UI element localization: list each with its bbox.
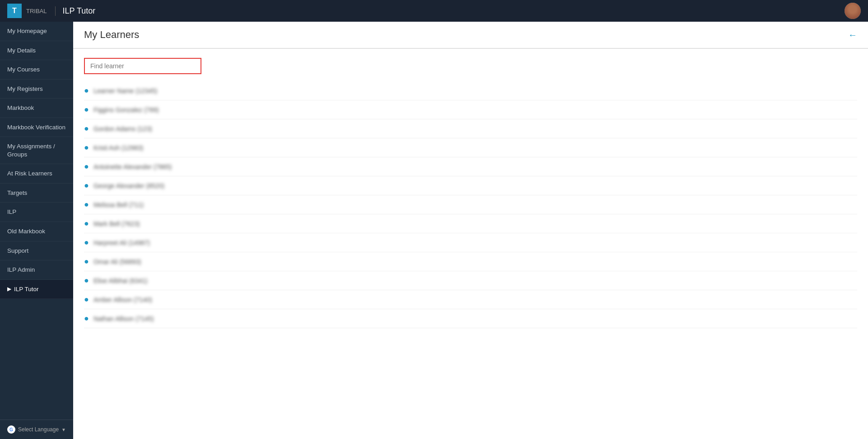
person-icon: ●: [84, 257, 89, 266]
learner-name: Melissa Bell (711): [93, 201, 144, 208]
sidebar-label-markbook-verification: Markbook Verification: [7, 123, 65, 132]
brand-name: TRIBAL: [26, 8, 47, 14]
person-icon: ●: [84, 86, 89, 95]
app-container: T TRIBAL ILP Tutor My Homepage My Detail…: [0, 0, 868, 439]
learner-name: Elise Alibhai (6341): [93, 277, 148, 284]
person-icon: ●: [84, 314, 89, 323]
sidebar-item-ilp-admin[interactable]: ILP Admin: [0, 260, 73, 280]
learner-name: Learner Name (12345): [93, 87, 158, 94]
person-icon: ●: [84, 143, 89, 152]
person-icon: ●: [84, 181, 89, 190]
select-language-button[interactable]: G Select Language ▼: [7, 425, 66, 434]
find-learner-input[interactable]: [84, 58, 201, 74]
user-avatar[interactable]: [845, 3, 861, 19]
sidebar-label-my-homepage: My Homepage: [7, 27, 47, 35]
list-item[interactable]: ● Kristi Ash (12983): [84, 138, 857, 157]
learner-name: Figgins Gonzalez (789): [93, 106, 159, 113]
logo-area: T TRIBAL ILP Tutor: [7, 4, 95, 18]
sidebar-label-my-assignments-groups: My Assignments / Groups: [7, 142, 66, 158]
learner-name: Kristi Ash (12983): [93, 144, 144, 151]
sidebar-item-my-assignments-groups[interactable]: My Assignments / Groups: [0, 137, 73, 164]
select-language-label: Select Language: [18, 426, 59, 433]
person-icon: ●: [84, 238, 89, 247]
sidebar-label-my-details: My Details: [7, 47, 36, 55]
person-icon: ●: [84, 276, 89, 285]
sidebar-footer: G Select Language ▼: [0, 420, 73, 439]
sidebar-label-my-registers: My Registers: [7, 85, 43, 93]
sidebar-item-my-courses[interactable]: My Courses: [0, 60, 73, 80]
avatar-image: [845, 3, 861, 19]
list-item[interactable]: ● Figgins Gonzalez (789): [84, 100, 857, 119]
sidebar-item-markbook[interactable]: Markbook: [0, 99, 73, 118]
sidebar-label-targets: Targets: [7, 189, 27, 197]
dropdown-arrow-icon: ▼: [61, 427, 66, 432]
learner-list: ● Learner Name (12345) ● Figgins Gonzale…: [84, 81, 857, 328]
sidebar-item-markbook-verification[interactable]: Markbook Verification: [0, 118, 73, 137]
learner-name: Antoinette Alexander (7865): [93, 163, 172, 170]
list-item[interactable]: ● Nathan Allison (7145): [84, 309, 857, 328]
list-item[interactable]: ● Mark Bell (7623): [84, 214, 857, 233]
learner-name: Omar Ali (56893): [93, 258, 141, 265]
sidebar-item-targets[interactable]: Targets: [0, 184, 73, 203]
learner-name: Mark Bell (7623): [93, 220, 140, 227]
list-item[interactable]: ● George Alexander (8520): [84, 176, 857, 195]
main-body: My Homepage My Details My Courses My Reg…: [0, 22, 868, 439]
logo-box: T: [7, 4, 22, 18]
list-item[interactable]: ● Antoinette Alexander (7865): [84, 157, 857, 176]
sidebar-item-ilp[interactable]: ILP: [0, 203, 73, 222]
sidebar-item-at-risk-learners[interactable]: At Risk Learners: [0, 164, 73, 184]
sidebar-label-markbook: Markbook: [7, 104, 34, 112]
main-content: My Learners ← ● Learner Name (12345) ●: [73, 22, 868, 439]
list-item[interactable]: ● Harpreet Ali (14987): [84, 233, 857, 252]
person-icon: ●: [84, 200, 89, 209]
sidebar-label-old-markbook: Old Markbook: [7, 227, 45, 236]
sidebar-label-my-courses: My Courses: [7, 66, 40, 74]
sidebar-label-at-risk-learners: At Risk Learners: [7, 170, 52, 178]
learner-name: Harpreet Ali (14987): [93, 239, 150, 246]
active-arrow-icon: ▶: [7, 286, 11, 293]
sidebar-item-my-homepage[interactable]: My Homepage: [0, 22, 73, 41]
back-button[interactable]: ←: [848, 30, 857, 40]
sidebar-label-ilp: ILP: [7, 208, 16, 216]
page-title: My Learners: [84, 29, 139, 41]
learner-name: Gordon Adams (123): [93, 125, 152, 132]
list-item[interactable]: ● Gordon Adams (123): [84, 119, 857, 138]
person-icon: ●: [84, 219, 89, 228]
list-item[interactable]: ● Melissa Bell (711): [84, 195, 857, 214]
sidebar-item-my-registers[interactable]: My Registers: [0, 80, 73, 99]
sidebar: My Homepage My Details My Courses My Reg…: [0, 22, 73, 439]
sidebar-item-ilp-tutor[interactable]: ▶ ILP Tutor: [0, 280, 73, 299]
search-container: [84, 58, 857, 74]
sidebar-label-ilp-tutor: ILP Tutor: [14, 285, 39, 293]
person-icon: ●: [84, 162, 89, 171]
learner-name: Nathan Allison (7145): [93, 315, 154, 322]
list-item[interactable]: ● Omar Ali (56893): [84, 252, 857, 271]
person-icon: ●: [84, 105, 89, 114]
sidebar-item-old-markbook[interactable]: Old Markbook: [0, 222, 73, 241]
sidebar-label-ilp-admin: ILP Admin: [7, 266, 35, 274]
person-icon: ●: [84, 295, 89, 304]
list-item[interactable]: ● Elise Alibhai (6341): [84, 271, 857, 290]
list-item[interactable]: ● Amber Allison (7140): [84, 290, 857, 309]
sidebar-item-support[interactable]: Support: [0, 241, 73, 261]
learner-name: Amber Allison (7140): [93, 296, 152, 303]
app-title: ILP Tutor: [55, 6, 96, 16]
content-header: My Learners ←: [73, 22, 868, 49]
sidebar-label-support: Support: [7, 247, 28, 255]
top-header: T TRIBAL ILP Tutor: [0, 0, 868, 22]
list-item[interactable]: ● Learner Name (12345): [84, 81, 857, 100]
content-body: ● Learner Name (12345) ● Figgins Gonzale…: [73, 49, 868, 439]
sidebar-item-my-details[interactable]: My Details: [0, 41, 73, 61]
person-icon: ●: [84, 124, 89, 133]
google-icon: G: [7, 425, 15, 434]
learner-name: George Alexander (8520): [93, 182, 164, 189]
